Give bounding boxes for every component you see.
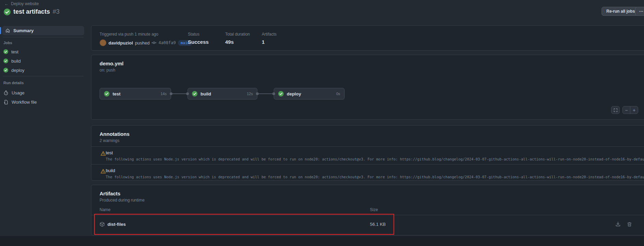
- workflow-file-name: demo.yml: [100, 61, 638, 66]
- job-node-test[interactable]: test 14s: [100, 88, 171, 100]
- sidebar-item-label: test: [11, 49, 18, 54]
- graph-controls: − +: [611, 106, 638, 114]
- run-summary-card: Triggered via push 1 minute ago davidpuz…: [91, 25, 644, 51]
- sidebar-item-label: Usage: [12, 90, 25, 95]
- artifact-row: dist-files 56.1 KB: [91, 215, 644, 233]
- job-node-duration: 14s: [160, 92, 167, 96]
- fullscreen-icon: [614, 108, 618, 112]
- trash-icon[interactable]: [627, 221, 632, 227]
- zoom-out-button[interactable]: −: [623, 106, 630, 114]
- duration-column: Total duration 49s: [225, 32, 262, 50]
- annotation-message: The following actions uses Node.js versi…: [106, 157, 644, 161]
- success-check-icon: [3, 68, 8, 73]
- download-icon[interactable]: [615, 221, 621, 227]
- actor-link[interactable]: davidpuziol: [108, 40, 133, 46]
- run-title: test artifacts #3: [4, 8, 60, 15]
- trigger-label: Triggered via push 1 minute ago: [100, 32, 188, 37]
- size-column-header: Size: [370, 207, 378, 212]
- status-label: Status: [188, 32, 225, 37]
- success-check-icon: [104, 91, 110, 96]
- run-details-section-label: Run details: [3, 81, 24, 85]
- job-node-duration: 12s: [247, 92, 253, 96]
- warning-icon: [101, 151, 106, 156]
- annotations-subtitle: 2 warnings: [100, 138, 638, 143]
- stopwatch-icon: [3, 90, 9, 95]
- trigger-column: Triggered via push 1 minute ago davidpuz…: [100, 32, 188, 50]
- workflow-file-icon: [3, 100, 9, 105]
- annotations-title: Annotations: [100, 131, 638, 137]
- annotations-header: Annotations 2 warnings: [91, 126, 644, 147]
- commit-sha-link[interactable]: 4a08fa9: [158, 40, 176, 45]
- sidebar-item-workflow-file[interactable]: Workflow file: [3, 98, 37, 106]
- artifacts-count: 1: [262, 39, 276, 45]
- job-node-label: build: [201, 91, 211, 96]
- warning-icon: [101, 169, 106, 174]
- artifact-size: 56.1 KB: [370, 222, 386, 227]
- name-column-header: Name: [100, 207, 370, 212]
- artifacts-title: Artifacts: [100, 191, 638, 196]
- status-column: Status Success: [188, 32, 225, 50]
- fullscreen-button[interactable]: [611, 106, 620, 114]
- artifacts-header: Artifacts Produced during runtime: [91, 185, 644, 203]
- annotation-row: test The following actions uses Node.js …: [91, 147, 644, 164]
- avatar[interactable]: [100, 39, 106, 46]
- commit-icon: [152, 40, 156, 45]
- sidebar-item-label: build: [11, 59, 21, 64]
- workflow-trigger: on: push: [100, 68, 638, 73]
- artifacts-table-header: Name Size: [91, 203, 644, 215]
- package-icon: [100, 222, 105, 227]
- rerun-all-jobs-button[interactable]: Re-run all jobs: [602, 7, 640, 16]
- duration-value: 49s: [225, 39, 262, 45]
- breadcrumb[interactable]: ← Deploy website: [4, 1, 39, 6]
- selected-accent-bar: [0, 27, 1, 34]
- jobs-section-label: Jobs: [3, 41, 12, 45]
- success-check-icon: [3, 49, 8, 54]
- sidebar-divider: [3, 37, 83, 37]
- artifacts-column: Artifacts 1: [262, 32, 276, 50]
- annotation-message: The following actions uses Node.js versi…: [106, 175, 644, 179]
- job-node-build[interactable]: build 12s: [188, 88, 257, 100]
- more-options-button[interactable]: ⋯: [635, 7, 644, 16]
- job-node-label: test: [113, 91, 120, 96]
- graph-header: demo.yml on: push: [91, 55, 644, 73]
- success-check-icon: [192, 91, 197, 96]
- annotation-job-link[interactable]: test: [106, 150, 644, 155]
- artifacts-label: Artifacts: [262, 32, 276, 37]
- action-text: pushed: [135, 40, 150, 46]
- success-check-icon: [4, 9, 11, 15]
- sidebar-divider: [3, 76, 83, 76]
- annotations-card: Annotations 2 warnings test The followin…: [91, 125, 644, 181]
- home-icon: [5, 28, 10, 33]
- breadcrumb-label: Deploy website: [11, 1, 39, 6]
- job-node-duration: 0s: [336, 92, 340, 96]
- artifact-name-link[interactable]: dist-files: [107, 222, 126, 227]
- sidebar-item-label: Workflow file: [12, 100, 37, 105]
- sidebar-item-summary[interactable]: Summary: [2, 26, 84, 35]
- zoom-in-button[interactable]: +: [630, 106, 638, 114]
- artifacts-subtitle: Produced during runtime: [100, 198, 638, 203]
- zoom-controls: − +: [622, 106, 638, 114]
- sidebar-item-usage[interactable]: Usage: [3, 89, 25, 96]
- job-graph: test 14s build 12s deploy 0s: [100, 88, 345, 100]
- footer-strip: [0, 236, 644, 246]
- job-node-label: deploy: [287, 91, 301, 96]
- sidebar-item-label: deploy: [11, 68, 24, 73]
- page-title: test artifacts: [13, 8, 50, 15]
- job-node-deploy[interactable]: deploy 0s: [274, 88, 345, 100]
- sidebar-item-job-build[interactable]: build: [3, 57, 21, 65]
- back-arrow-icon: ←: [4, 1, 9, 6]
- annotation-row: build The following actions uses Node.js…: [91, 164, 644, 182]
- graph-connector: [171, 93, 188, 94]
- sidebar-item-job-deploy[interactable]: deploy: [3, 66, 24, 74]
- artifacts-card: Artifacts Produced during runtime Name S…: [91, 185, 644, 235]
- success-check-icon: [278, 91, 284, 96]
- success-check-icon: [3, 59, 8, 63]
- sidebar-item-job-test[interactable]: test: [3, 48, 18, 55]
- workflow-graph-card: demo.yml on: push test 14s build 12s: [91, 55, 644, 120]
- annotation-job-link[interactable]: build: [106, 168, 644, 173]
- graph-connector: [257, 93, 274, 94]
- duration-label: Total duration: [225, 32, 262, 37]
- status-value: Success: [188, 39, 225, 45]
- run-number: #3: [53, 8, 60, 15]
- commit-line: davidpuziol pushed 4a08fa9 main: [100, 39, 188, 47]
